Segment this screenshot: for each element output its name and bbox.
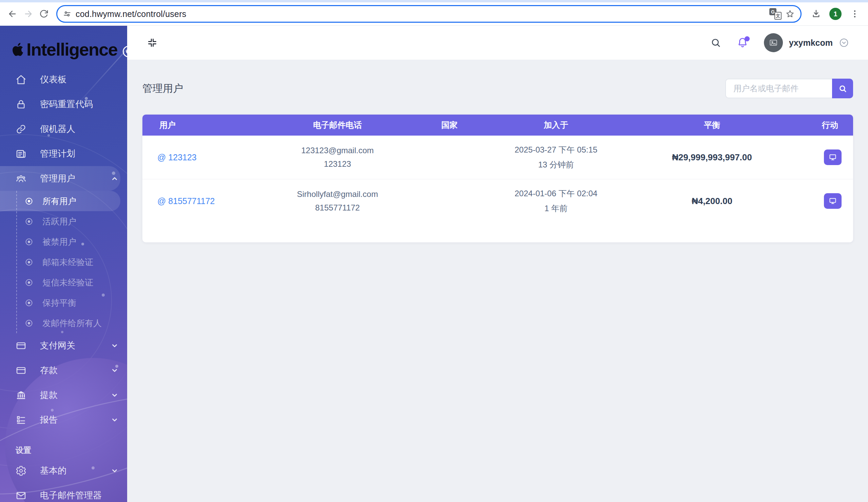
joined-date: 2024-01-06 下午 02:04 bbox=[485, 188, 627, 199]
circle-dot-icon bbox=[24, 258, 33, 267]
col-header-joined: 加入于 bbox=[485, 115, 627, 136]
submenu-item-active-users[interactable]: 活跃用户 bbox=[0, 211, 127, 231]
submenu-item-email-unverified[interactable]: 邮箱未经验证 bbox=[0, 252, 127, 272]
sidebar-item-manage-plans[interactable]: 管理计划 bbox=[0, 142, 127, 166]
user-profile-link[interactable]: @ 123123 bbox=[157, 153, 197, 162]
manage-users-submenu: 所有用户 活跃用户 被禁用户 邮箱未经验证 短信未经验证 bbox=[0, 191, 127, 333]
user-menu[interactable]: yxymkcom bbox=[764, 33, 849, 52]
users-table: 用户 电子邮件电话 国家 加入于 平衡 行动 @ 123123 12312 bbox=[142, 115, 853, 223]
sidebar-item-label: 基本的 bbox=[40, 465, 66, 477]
brand-logo: Intelligence bbox=[0, 26, 127, 58]
notifications-bell-icon[interactable] bbox=[737, 37, 748, 49]
joined-ago: 1 年前 bbox=[485, 203, 627, 214]
sidebar-item-label: 假机器人 bbox=[40, 123, 75, 135]
submenu-item-all-users[interactable]: 所有用户 bbox=[0, 191, 120, 211]
joined-date: 2025-03-27 下午 05:15 bbox=[485, 144, 627, 155]
page-content: 管理用户 用户 电子邮件电话 bbox=[127, 60, 868, 502]
sidebar-item-dashboard[interactable]: 仪表板 bbox=[0, 67, 127, 92]
user-avatar bbox=[764, 33, 783, 52]
user-search-input[interactable] bbox=[725, 79, 832, 98]
credit-card-icon bbox=[16, 340, 27, 351]
submenu-item-with-balance[interactable]: 保持平衡 bbox=[0, 293, 127, 313]
translate-icon[interactable] bbox=[769, 8, 782, 20]
sidebar-toggle-icon[interactable] bbox=[123, 46, 127, 57]
sidebar-item-label: 电子邮件管理器 bbox=[40, 490, 102, 501]
chevron-up-icon bbox=[111, 175, 118, 182]
sidebar-item-label: 报告 bbox=[40, 414, 58, 426]
circle-dot-icon bbox=[24, 237, 33, 247]
sidebar-item-withdrawals[interactable]: 提款 bbox=[0, 383, 127, 407]
download-icon[interactable] bbox=[808, 6, 824, 22]
user-email: Sirhollyfat@gmail.com bbox=[261, 189, 414, 199]
circle-dot-icon bbox=[24, 217, 33, 226]
credit-card-icon bbox=[16, 365, 27, 376]
browser-profile-avatar[interactable]: 1 bbox=[829, 8, 841, 20]
submenu-item-label: 发邮件给所有人 bbox=[42, 317, 102, 329]
sidebar-item-fake-bots[interactable]: 假机器人 bbox=[0, 117, 127, 142]
user-balance: ₦29,999,993,997.00 bbox=[672, 152, 752, 163]
bank-icon bbox=[16, 390, 27, 401]
table-footer-spacer bbox=[142, 223, 853, 242]
link-icon bbox=[16, 124, 27, 135]
address-bar[interactable]: cod.hwymw.net/control/users bbox=[56, 5, 802, 23]
sidebar-item-manage-users[interactable]: 管理用户 bbox=[0, 166, 120, 191]
forward-icon bbox=[20, 6, 36, 22]
search-icon[interactable] bbox=[710, 37, 721, 48]
url-text[interactable]: cod.hwymw.net/control/users bbox=[76, 9, 765, 19]
view-user-button[interactable] bbox=[824, 193, 841, 209]
settings-section-label: 设置 bbox=[16, 445, 127, 456]
sidebar-nav: 仪表板 密码重置代码 假机器人 管理计划 管理用户 bbox=[0, 67, 127, 502]
submenu-item-email-all[interactable]: 发邮件给所有人 bbox=[0, 313, 127, 333]
browser-toolbar: cod.hwymw.net/control/users 1 bbox=[0, 2, 868, 26]
users-table-card: 用户 电子邮件电话 国家 加入于 平衡 行动 @ 123123 12312 bbox=[142, 115, 853, 242]
sidebar-item-payment-gateway[interactable]: 支付网关 bbox=[0, 333, 127, 358]
sidebar-item-label: 管理用户 bbox=[40, 172, 75, 185]
chevron-down-icon bbox=[111, 467, 118, 474]
col-header-country: 国家 bbox=[414, 115, 485, 136]
report-icon bbox=[16, 415, 27, 426]
circle-dot-icon bbox=[24, 197, 33, 206]
sidebar-item-label: 提款 bbox=[40, 389, 58, 401]
table-header-row: 用户 电子邮件电话 国家 加入于 平衡 行动 bbox=[142, 115, 853, 136]
notification-badge bbox=[745, 36, 750, 41]
lock-icon bbox=[16, 99, 27, 110]
sidebar-item-reports[interactable]: 报告 bbox=[0, 407, 127, 432]
search-submit-button[interactable] bbox=[832, 79, 853, 98]
bookmark-star-icon[interactable] bbox=[786, 10, 794, 18]
monitor-icon bbox=[829, 153, 837, 161]
circle-dot-icon bbox=[24, 318, 33, 328]
user-profile-link[interactable]: @ 8155771172 bbox=[157, 196, 215, 206]
col-header-action: 行动 bbox=[797, 115, 853, 136]
user-phone: 123123 bbox=[261, 159, 414, 169]
chevron-down-icon bbox=[111, 367, 118, 374]
browser-menu-dots-icon[interactable] bbox=[847, 6, 862, 22]
circle-dot-icon bbox=[24, 298, 33, 307]
submenu-item-label: 活跃用户 bbox=[42, 216, 76, 227]
circle-dot-icon bbox=[24, 278, 33, 287]
chevron-down-circle-icon bbox=[839, 38, 849, 48]
view-user-button[interactable] bbox=[824, 149, 841, 165]
refresh-icon[interactable] bbox=[36, 6, 52, 22]
submenu-item-label: 所有用户 bbox=[42, 196, 76, 207]
site-settings-icon[interactable] bbox=[63, 10, 72, 18]
collapse-sidebar-icon[interactable] bbox=[147, 37, 158, 48]
joined-ago: 13 分钟前 bbox=[485, 159, 627, 170]
user-country bbox=[414, 136, 485, 179]
back-icon[interactable] bbox=[5, 6, 20, 22]
user-balance: ₦4,200.00 bbox=[692, 196, 732, 206]
gear-icon bbox=[16, 466, 27, 476]
col-header-email-phone: 电子邮件电话 bbox=[261, 115, 414, 136]
users-icon bbox=[16, 173, 27, 184]
user-email: 123123@gmail.com bbox=[261, 146, 414, 155]
sidebar-item-basic-settings[interactable]: 基本的 bbox=[0, 458, 127, 483]
submenu-item-label: 邮箱未经验证 bbox=[42, 257, 93, 268]
submenu-item-label: 保持平衡 bbox=[42, 297, 76, 308]
sidebar-item-deposits[interactable]: 存款 bbox=[0, 358, 127, 383]
sidebar-item-email-manager[interactable]: 电子邮件管理器 bbox=[0, 483, 127, 502]
table-row: @ 8155771172 Sirhollyfat@gmail.com 81557… bbox=[142, 179, 853, 223]
submenu-item-banned-users[interactable]: 被禁用户 bbox=[0, 231, 127, 252]
monitor-icon bbox=[829, 197, 837, 205]
sidebar-item-password-reset[interactable]: 密码重置代码 bbox=[0, 92, 127, 117]
submenu-item-sms-unverified[interactable]: 短信未经验证 bbox=[0, 272, 127, 293]
home-icon bbox=[16, 74, 27, 85]
